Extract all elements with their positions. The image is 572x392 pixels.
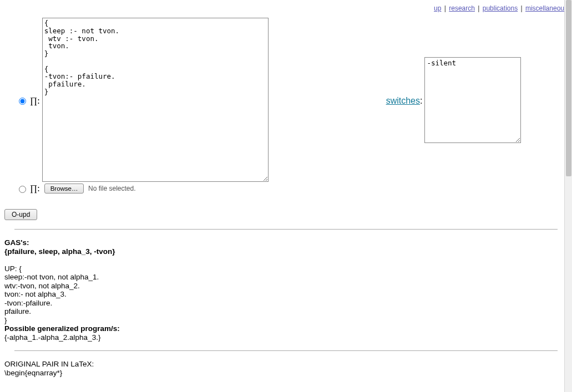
latex-line: \begin{eqnarray*} [4, 369, 62, 377]
output-block-2: ORIGINAL PAIR IN LaTeX: \begin{eqnarray*… [4, 360, 568, 377]
divider [14, 350, 558, 351]
nav-link-up[interactable]: up [434, 4, 441, 12]
up-heading: UP: { [4, 264, 22, 273]
nav-sep: | [478, 4, 479, 12]
top-navigation: up | research | publications | miscellan… [4, 4, 568, 12]
up-line: tvon:- not alpha_3. [4, 290, 67, 298]
nav-link-publications[interactable]: publications [483, 4, 518, 12]
program-textarea[interactable] [42, 18, 269, 182]
switches-colon: : [420, 96, 422, 105]
up-line: wtv:-tvon, not alpha_2. [4, 282, 80, 290]
scrollbar-thumb[interactable] [566, 0, 571, 176]
output-block-1: GAS's: {pfailure, sleep, alpha_3, -tvon}… [4, 238, 568, 342]
gas-line: {pfailure, sleep, alpha_3, -tvon} [4, 247, 115, 256]
browse-button[interactable]: Browse… [44, 184, 84, 194]
pi-label-1: ∏: [30, 96, 40, 105]
divider [14, 229, 558, 230]
switches-link[interactable]: switches [386, 96, 420, 105]
up-line: pfailure. [4, 307, 31, 315]
nav-sep: | [520, 4, 522, 12]
pi-label-2: ∏: [30, 184, 40, 193]
nav-link-research[interactable]: research [449, 4, 475, 12]
input-table: ∏: switches: ∏: Browse… No file selected… [18, 18, 522, 194]
switches-textarea[interactable] [424, 57, 521, 143]
up-line: -tvon:-pfailure. [4, 299, 52, 307]
gas-heading: GAS's: [4, 238, 29, 247]
nav-link-miscellaneous[interactable]: miscellaneous [525, 4, 568, 12]
latex-heading: ORIGINAL PAIR IN LaTeX: [4, 360, 94, 368]
scrollbar[interactable] [564, 0, 572, 381]
submit-button[interactable]: O-upd [4, 209, 37, 220]
no-file-label: No file selected. [88, 185, 135, 192]
up-line: sleep:-not tvon, not alpha_1. [4, 273, 99, 281]
form-area: ∏: switches: ∏: Browse… No file selected… [4, 18, 568, 194]
pgp-heading: Possible generalized program/s: [4, 324, 120, 333]
nav-sep: | [444, 4, 446, 12]
pgp-line: {-alpha_1.-alpha_2.alpha_3.} [4, 333, 100, 342]
radio-inline-input[interactable] [19, 98, 26, 105]
up-line: } [4, 316, 7, 324]
radio-file-input[interactable] [19, 186, 26, 193]
